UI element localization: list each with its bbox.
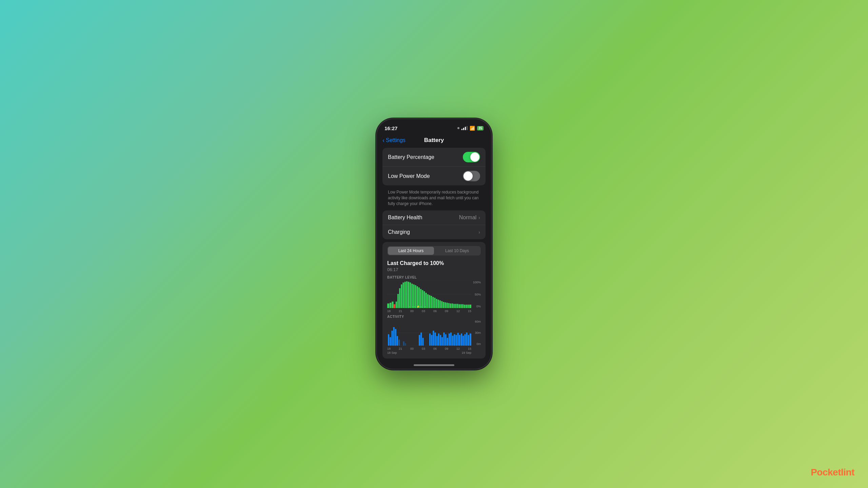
battery-icon: 35 (477, 126, 484, 130)
settings-content: Battery Percentage Low Power Mode Low Po… (377, 148, 491, 359)
activity-x-axis: 18 21 00 03 06 09 12 15 (387, 347, 471, 350)
svg-rect-93 (470, 334, 471, 346)
svg-rect-31 (438, 300, 439, 308)
svg-rect-14 (408, 282, 409, 308)
date-labels: 18 Sep 19 Sep (387, 351, 481, 354)
svg-rect-92 (468, 335, 469, 346)
svg-rect-35 (445, 303, 446, 308)
svg-rect-30 (436, 299, 437, 308)
svg-rect-89 (462, 336, 464, 346)
svg-rect-25 (427, 294, 429, 308)
phone-frame: 16:27 📶 35 (376, 119, 492, 369)
last-24-hours-tab[interactable]: Last 24 Hours (388, 247, 434, 255)
low-power-mode-label: Low Power Mode (388, 173, 430, 179)
svg-rect-60 (391, 331, 393, 346)
toggle-settings-group: Battery Percentage Low Power Mode (382, 148, 486, 185)
time-range-segmented-control: Last 24 Hours Last 10 Days (387, 246, 481, 256)
last-charged-info: Last Charged to 100% 06:17 (387, 260, 481, 272)
home-indicator[interactable] (414, 364, 454, 366)
last-24-hours-label: Last 24 Hours (398, 248, 424, 253)
svg-rect-21 (420, 289, 421, 308)
svg-rect-41 (455, 304, 456, 308)
svg-rect-75 (438, 334, 439, 346)
svg-rect-65 (403, 342, 405, 346)
bluetooth-icon (457, 127, 459, 129)
svg-rect-9 (399, 288, 400, 308)
battery-health-value: Normal (459, 215, 477, 221)
low-power-mode-toggle[interactable] (463, 171, 480, 181)
svg-rect-23 (423, 291, 425, 308)
svg-rect-58 (388, 334, 389, 346)
charging-row[interactable]: Charging › (382, 225, 486, 239)
svg-rect-28 (432, 297, 434, 308)
back-button[interactable]: ‹ Settings (382, 137, 406, 144)
svg-rect-83 (452, 336, 453, 346)
svg-rect-40 (453, 304, 455, 308)
svg-rect-51 (412, 307, 415, 307)
svg-rect-70 (429, 334, 431, 346)
svg-text:⚡: ⚡ (416, 305, 420, 308)
svg-rect-3 (387, 304, 389, 308)
svg-rect-16 (411, 284, 413, 308)
svg-rect-4 (390, 303, 391, 308)
y-label-50: 50% (475, 293, 481, 296)
battery-level-label: BATTERY LEVEL (387, 276, 481, 279)
charging-value-container: › (478, 229, 480, 235)
svg-rect-64 (398, 340, 400, 346)
svg-rect-24 (426, 293, 427, 308)
date-label-19sep: 19 Sep (461, 351, 471, 354)
nav-bar: ‹ Settings Battery (377, 134, 491, 148)
toggle-knob (463, 171, 473, 181)
svg-rect-39 (452, 304, 453, 308)
page-title: Battery (424, 137, 444, 144)
svg-rect-73 (435, 332, 436, 346)
svg-rect-63 (397, 336, 398, 346)
battery-percentage-label: Battery Percentage (388, 154, 434, 160)
svg-rect-42 (457, 304, 458, 308)
pocketlint-watermark: Pocketlint (811, 467, 854, 478)
svg-rect-61 (393, 327, 395, 346)
svg-rect-76 (440, 335, 441, 346)
battery-percentage-toggle[interactable] (463, 152, 480, 162)
battery-x-axis: 18 21 00 03 06 09 12 15 (387, 309, 471, 313)
date-label-18sep: 18 Sep (387, 351, 397, 354)
svg-rect-29 (434, 298, 435, 308)
svg-rect-38 (450, 304, 451, 308)
svg-rect-11 (402, 283, 404, 308)
svg-rect-74 (436, 336, 438, 346)
svg-rect-54 (423, 307, 426, 307)
battery-level: 35 (478, 126, 482, 130)
y-label-0: 0% (476, 305, 481, 308)
svg-rect-33 (441, 301, 442, 308)
svg-rect-49 (469, 305, 471, 308)
activity-y-axis: 60m 30m 0m (475, 320, 481, 346)
wifi-icon: 📶 (470, 126, 475, 131)
y-label-60m: 60m (475, 320, 481, 323)
toggle-knob (470, 152, 479, 162)
svg-rect-69 (422, 338, 423, 346)
battery-health-row[interactable]: Battery Health Normal › (382, 210, 486, 225)
status-time: 16:27 (384, 125, 397, 131)
chart-section: Last 24 Hours Last 10 Days Last Charged … (382, 242, 486, 359)
y-label-30m: 30m (475, 331, 481, 334)
svg-rect-27 (431, 296, 432, 308)
svg-rect-36 (447, 303, 448, 308)
battery-health-value-container: Normal › (459, 215, 480, 221)
svg-rect-86 (457, 333, 459, 346)
svg-rect-71 (431, 335, 432, 346)
svg-rect-45 (462, 304, 463, 308)
svg-rect-62 (395, 329, 396, 346)
last-10-days-tab[interactable]: Last 10 Days (434, 247, 480, 255)
chevron-right-icon: › (478, 229, 480, 235)
back-chevron-icon: ‹ (382, 137, 384, 144)
svg-rect-84 (454, 334, 455, 346)
battery-chart: 100% 50% 0% (387, 281, 481, 313)
battery-health-label: Battery Health (388, 215, 422, 221)
phone-screen: 16:27 📶 35 (377, 119, 491, 369)
svg-rect-72 (433, 331, 434, 346)
svg-rect-22 (422, 290, 423, 308)
battery-y-axis: 100% 50% 0% (473, 281, 481, 308)
y-label-0m: 0m (476, 342, 481, 346)
svg-rect-68 (420, 332, 422, 346)
svg-rect-26 (429, 295, 430, 308)
